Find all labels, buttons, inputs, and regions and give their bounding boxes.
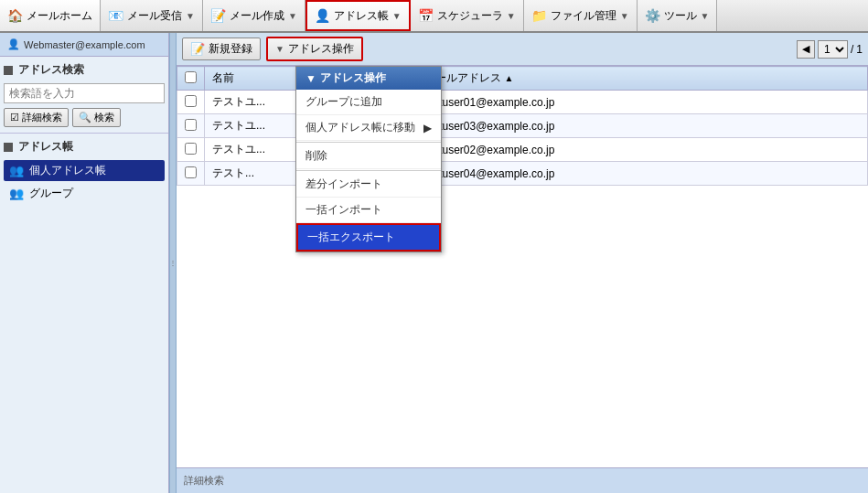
table-row: テスト... testuser04@example.co.jp xyxy=(177,162,868,186)
move-to-personal-label: 個人アドレス帳に移動 xyxy=(305,120,415,135)
tools-icon: ⚙️ xyxy=(645,8,660,23)
search-button[interactable]: 🔍 検索 xyxy=(72,108,121,127)
col-name-label: 名前 xyxy=(212,71,234,84)
address-book-section: アドレス帳 👥 個人アドレス帳 👥 グループ xyxy=(0,134,168,211)
select-all-checkbox[interactable] xyxy=(185,71,197,83)
page-select[interactable]: 1 xyxy=(818,40,848,59)
nav-mail-home[interactable]: 🏠 メールホーム xyxy=(0,0,101,31)
detail-search-label: 詳細検索 xyxy=(22,111,62,124)
nav-mail-home-label: メールホーム xyxy=(27,8,92,24)
nav-address-book-label: アドレス帳 xyxy=(334,8,389,24)
resize-handle[interactable]: ⋮ xyxy=(169,33,177,493)
sidebar-user: 👤 Webmaster@example.com xyxy=(0,33,168,57)
diff-import-label: 差分インポート xyxy=(305,177,382,192)
row-checkbox-cell xyxy=(177,162,205,186)
user-icon: 👤 xyxy=(7,38,20,50)
search-section-title: アドレス検索 xyxy=(4,62,165,78)
row-email-2: testuser02@example.co.jp xyxy=(417,138,868,162)
mail-compose-icon: 📝 xyxy=(210,8,226,23)
row-checkbox-2[interactable] xyxy=(185,143,197,155)
new-registration-button[interactable]: 📝 新規登録 xyxy=(182,38,261,60)
page-separator: / xyxy=(851,43,853,56)
nav-file-manager-arrow: ▼ xyxy=(620,11,629,21)
detail-search-icon: ☑ xyxy=(10,112,19,123)
new-registration-icon: 📝 xyxy=(190,42,205,56)
scheduler-icon: 📅 xyxy=(418,8,434,23)
prev-arrow-icon: ◀ xyxy=(802,43,809,55)
contacts-table: 名前 メールアドレス テストユ... testuser01@example.co… xyxy=(177,66,868,186)
nav-mail-inbox[interactable]: 📧 メール受信 ▼ xyxy=(101,0,203,31)
personal-address-book-label: 個人アドレス帳 xyxy=(29,163,106,178)
row-checkbox-cell xyxy=(177,138,205,162)
new-registration-label: 新規登録 xyxy=(209,41,252,57)
col-checkbox xyxy=(177,67,205,91)
prev-page-button[interactable]: ◀ xyxy=(797,40,815,59)
bulk-import-label: 一括インポート xyxy=(305,202,382,218)
dropdown-header-label: アドレス操作 xyxy=(320,70,386,86)
col-email[interactable]: メールアドレス xyxy=(417,67,868,91)
nav-tools-arrow: ▼ xyxy=(701,11,710,21)
sidebar-item-group[interactable]: 👥 グループ xyxy=(4,183,165,204)
search-input[interactable] xyxy=(4,83,165,103)
delete-label: 削除 xyxy=(305,148,327,164)
dropdown-header: ▼ アドレス操作 xyxy=(296,67,441,90)
address-book-icon: 👤 xyxy=(315,8,330,23)
nav-tools[interactable]: ⚙️ ツール ▼ xyxy=(638,0,718,31)
row-email-1: testuser03@example.co.jp xyxy=(417,114,868,138)
row-checkbox-cell xyxy=(177,114,205,138)
row-checkbox-cell xyxy=(177,91,205,114)
bottom-bar-label: 詳細検索 xyxy=(184,474,224,488)
personal-address-book-icon: 👥 xyxy=(9,164,24,177)
content-area: 📝 新規登録 ▼ アドレス操作 ◀ 1 / 1 xyxy=(177,33,868,493)
nav-tools-label: ツール xyxy=(664,8,697,24)
sidebar-item-personal-address-book[interactable]: 👥 個人アドレス帳 xyxy=(4,160,165,181)
scroll-area: 名前 メールアドレス テストユ... testuser01@example.co… xyxy=(177,66,868,467)
row-checkbox-3[interactable] xyxy=(185,166,197,178)
nav-address-book-arrow: ▼ xyxy=(392,11,402,21)
table-row: テストユ... testuser03@example.co.jp xyxy=(177,114,868,138)
table-row: テストユ... testuser02@example.co.jp xyxy=(177,138,868,162)
address-ops-arrow: ▼ xyxy=(275,44,284,54)
nav-mail-compose-arrow: ▼ xyxy=(288,11,297,21)
search-label: 検索 xyxy=(94,111,114,124)
dropdown-item-add-to-group[interactable]: グループに追加 xyxy=(296,90,441,115)
address-book-section-title: アドレス帳 xyxy=(4,139,165,155)
row-checkbox-1[interactable] xyxy=(185,119,197,131)
dropdown-separator-1 xyxy=(296,142,441,143)
address-ops-label: アドレス操作 xyxy=(288,41,354,57)
nav-mail-compose[interactable]: 📝 メール作成 ▼ xyxy=(203,0,305,31)
nav-mail-inbox-arrow: ▼ xyxy=(186,11,195,21)
pagination: ◀ 1 / 1 xyxy=(797,40,863,59)
top-navigation: 🏠 メールホーム 📧 メール受信 ▼ 📝 メール作成 ▼ 👤 アドレス帳 ▼ 📅… xyxy=(0,0,868,33)
total-pages: 1 xyxy=(856,43,863,56)
row-checkbox-0[interactable] xyxy=(185,95,197,107)
address-book-section-icon xyxy=(4,143,13,152)
table-row: テストユ... testuser01@example.co.jp xyxy=(177,91,868,114)
dropdown-item-bulk-import[interactable]: 一括インポート xyxy=(296,198,441,223)
mail-inbox-icon: 📧 xyxy=(108,8,123,23)
detail-search-button[interactable]: ☑ 詳細検索 xyxy=(4,108,69,127)
file-manager-icon: 📁 xyxy=(531,8,547,23)
nav-mail-inbox-label: メール受信 xyxy=(127,8,182,24)
search-icon: 🔍 xyxy=(79,112,91,123)
nav-scheduler[interactable]: 📅 スケジューラ ▼ xyxy=(411,0,524,31)
home-icon: 🏠 xyxy=(7,8,23,23)
nav-scheduler-label: スケジューラ xyxy=(437,8,503,24)
search-section: アドレス検索 ☑ 詳細検索 🔍 検索 xyxy=(0,57,168,134)
dropdown-item-diff-import[interactable]: 差分インポート xyxy=(296,172,441,198)
sidebar: 👤 Webmaster@example.com アドレス検索 ☑ 詳細検索 🔍 … xyxy=(0,33,169,493)
dropdown-header-arrow: ▼ xyxy=(305,72,316,85)
search-buttons: ☑ 詳細検索 🔍 検索 xyxy=(4,108,165,127)
search-title-label: アドレス検索 xyxy=(18,62,84,78)
row-email-0: testuser01@example.co.jp xyxy=(417,91,868,114)
nav-mail-compose-label: メール作成 xyxy=(230,8,284,24)
dropdown-item-delete[interactable]: 削除 xyxy=(296,144,441,169)
dropdown-item-move-to-personal[interactable]: 個人アドレス帳に移動 ▶ xyxy=(296,115,441,141)
dropdown-item-bulk-export[interactable]: 一括エクスポート xyxy=(296,223,441,252)
sidebar-username: Webmaster@example.com xyxy=(24,39,145,50)
nav-file-manager[interactable]: 📁 ファイル管理 ▼ xyxy=(524,0,638,31)
address-ops-button[interactable]: ▼ アドレス操作 xyxy=(266,37,363,61)
nav-address-book[interactable]: 👤 アドレス帳 ▼ xyxy=(305,0,411,31)
dropdown-separator-2 xyxy=(296,170,441,171)
row-email-3: testuser04@example.co.jp xyxy=(417,162,868,186)
